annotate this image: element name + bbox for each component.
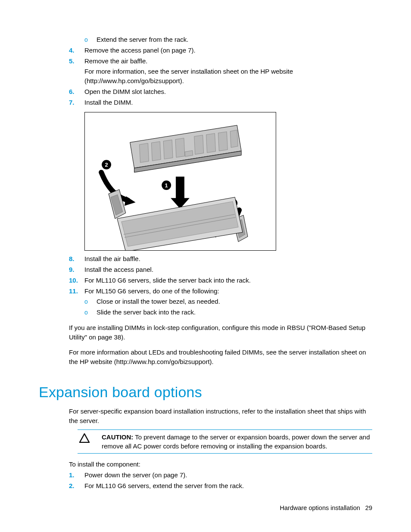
section-heading-expansion: Expansion board options <box>39 384 372 401</box>
step-text: For ML110 G6 servers, extend the server … <box>84 481 372 491</box>
step-text: Install the air baffle. <box>84 254 372 264</box>
svg-marker-3 <box>151 142 161 161</box>
step-text: Remove the air baffle. <box>84 56 372 66</box>
step-text: Install the access panel. <box>84 265 372 274</box>
sub-list-item: o Close or install the tower bezel, as n… <box>84 297 372 306</box>
svg-marker-13 <box>125 196 136 206</box>
sub-item-text: Slide the server back into the rack. <box>97 308 372 317</box>
dimm-diagram-svg: 1 2 2 <box>85 112 276 250</box>
step-5: 5. Remove the air baffle. <box>69 56 372 66</box>
step-8: 8. Install the air baffle. <box>69 254 372 264</box>
step-10: 10. For ML110 G6 servers, slide the serv… <box>69 276 372 285</box>
sub-item-text: Close or install the tower bezel, as nee… <box>97 297 372 306</box>
callout-2-left: 2 <box>105 162 108 168</box>
caution-body: To prevent damage to the server or expan… <box>102 433 370 450</box>
sub-list-item: o Slide the server back into the rack. <box>84 308 372 317</box>
footer-page-number: 29 <box>365 504 372 511</box>
svg-marker-6 <box>194 135 204 155</box>
svg-marker-9 <box>230 130 238 148</box>
step-number: 10. <box>69 276 84 285</box>
step-text: Install the DIMM. <box>84 98 372 107</box>
svg-marker-2 <box>140 143 149 163</box>
step-text: Open the DIMM slot latches. <box>84 87 372 96</box>
step-text: For ML110 G6 servers, slide the server b… <box>84 276 372 285</box>
svg-marker-5 <box>175 138 185 158</box>
sub-item-text: Extend the server from the rack. <box>97 35 372 44</box>
caution-box: CAUTION: To prevent damage to the server… <box>78 429 372 454</box>
caution-text: CAUTION: To prevent damage to the server… <box>102 432 371 451</box>
dimm-install-figure: 1 2 2 <box>84 112 276 251</box>
exp-step-2: 2. For ML110 G6 servers, extend the serv… <box>69 481 372 491</box>
step-5-extra: For more information, see the server ins… <box>84 67 372 86</box>
step-number: 1. <box>69 470 84 480</box>
step-text: Remove the access panel (on page 7). <box>84 46 372 55</box>
step-6: 6. Open the DIMM slot latches. <box>69 87 372 96</box>
step-number: 4. <box>69 46 84 55</box>
svg-marker-8 <box>218 132 227 151</box>
svg-marker-7 <box>206 134 216 153</box>
step-number: 8. <box>69 254 84 264</box>
step-number: 2. <box>69 481 84 491</box>
bullet-o-icon: o <box>84 297 97 306</box>
step-text: For ML150 G6 servers, do one of the foll… <box>84 286 372 296</box>
sub-list-item: o Extend the server from the rack. <box>84 35 372 44</box>
step-text: Power down the server (on page 7). <box>84 470 372 480</box>
install-lead: To install the component: <box>69 460 372 469</box>
step-number: 5. <box>69 56 84 66</box>
step-number: 9. <box>69 265 84 274</box>
page-footer: Hardware options installation 29 <box>280 504 372 511</box>
footer-section: Hardware options installation <box>280 504 360 511</box>
bullet-o-icon: o <box>84 308 97 317</box>
step-4: 4. Remove the access panel (on page 7). <box>69 46 372 55</box>
step-number: 7. <box>69 98 84 107</box>
exp-step-1: 1. Power down the server (on page 7). <box>69 470 372 480</box>
paragraph-lockstep: If you are installing DIMMs in lock-step… <box>69 323 372 342</box>
step-number: 6. <box>69 87 84 96</box>
bullet-o-icon: o <box>84 35 97 44</box>
caution-label: CAUTION: <box>102 433 133 441</box>
expansion-intro: For server-specific expansion board inst… <box>69 407 372 426</box>
step-9: 9. Install the access panel. <box>69 265 372 274</box>
step-11: 11. For ML150 G6 servers, do one of the … <box>69 286 372 296</box>
paragraph-leds: For more information about LEDs and trou… <box>69 348 372 367</box>
caution-icon <box>78 432 102 443</box>
step-7: 7. Install the DIMM. <box>69 98 372 107</box>
svg-marker-4 <box>163 140 173 159</box>
step-number: 11. <box>69 286 84 296</box>
main-content: o Extend the server from the rack. 4. Re… <box>69 35 372 491</box>
callout-1: 1 <box>165 182 168 189</box>
